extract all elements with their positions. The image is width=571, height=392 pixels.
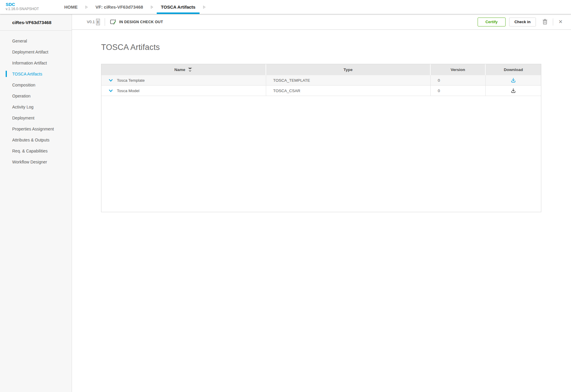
column-header-version[interactable]: Version bbox=[431, 64, 486, 75]
toolbar-divider bbox=[553, 18, 553, 26]
download-button[interactable] bbox=[511, 88, 516, 93]
download-button[interactable] bbox=[511, 78, 516, 83]
artifact-name: Tosca Model bbox=[117, 89, 139, 93]
delete-button[interactable] bbox=[541, 18, 549, 26]
version-stepper[interactable]: ▲ ▼ bbox=[96, 19, 100, 25]
sidebar-item-properties-assignment[interactable]: Properties Assignment bbox=[0, 123, 72, 134]
table-row-tosca-model[interactable]: Tosca Model TOSCA_CSAR 0 bbox=[101, 86, 541, 96]
sidebar-menu: General Deployment Artifact Information … bbox=[0, 31, 72, 167]
chevron-down-icon bbox=[109, 79, 113, 82]
sidebar-item-attributes-outputs[interactable]: Attributes & Outputs bbox=[0, 134, 72, 145]
sidebar-item-general[interactable]: General bbox=[0, 35, 72, 46]
breadcrumb-vf[interactable]: VF: ciRes-VF63d73468 bbox=[91, 0, 147, 14]
column-header-download[interactable]: Download bbox=[486, 64, 541, 75]
breadcrumb-arrow-icon bbox=[147, 0, 157, 14]
resource-title: ciRes-VF63d73468 bbox=[12, 20, 51, 25]
sidebar-item-req-capabilities[interactable]: Req. & Capabilities bbox=[0, 145, 72, 156]
close-button[interactable]: ✕ bbox=[557, 18, 564, 26]
artifact-name: Tosca Template bbox=[117, 78, 145, 83]
expand-row-button[interactable] bbox=[109, 89, 113, 92]
table-row-tosca-template[interactable]: Tosca Template TOSCA_TEMPLATE 0 bbox=[101, 75, 541, 86]
sidebar-item-deployment[interactable]: Deployment bbox=[0, 112, 72, 123]
lifecycle-status-label: IN DESIGN CHECK OUT bbox=[119, 20, 163, 24]
stepper-down-icon: ▼ bbox=[97, 22, 99, 24]
check-in-button[interactable]: Check in bbox=[509, 18, 536, 26]
breadcrumb-arrow-icon bbox=[82, 0, 91, 14]
top-navigation-bar: SDC v.1.16.0-SNAPSHOT HOME VF: ciRes-VF6… bbox=[0, 0, 571, 14]
artifacts-table: Name Type Version Download bbox=[101, 64, 541, 212]
toolbar-divider bbox=[105, 18, 105, 26]
breadcrumb-tosca-artifacts-active[interactable]: TOSCA Artifacts bbox=[157, 0, 200, 14]
table-empty-area bbox=[101, 96, 541, 212]
sidebar-item-operation[interactable]: Operation bbox=[0, 90, 72, 101]
sidebar-item-deployment-artifact[interactable]: Deployment Artifact bbox=[0, 46, 72, 57]
artifact-type: TOSCA_CSAR bbox=[266, 86, 431, 96]
app-logo[interactable]: SDC v.1.16.0-SNAPSHOT bbox=[0, 0, 52, 14]
trash-icon bbox=[542, 19, 548, 25]
sidebar-item-workflow-designer[interactable]: Workflow Designer bbox=[0, 156, 72, 167]
sidebar-item-tosca-artifacts[interactable]: TOSCA Artifacts bbox=[0, 68, 72, 79]
artifact-version: 0 bbox=[431, 86, 486, 96]
chevron-down-icon bbox=[109, 89, 113, 92]
breadcrumb-arrow-icon bbox=[200, 0, 209, 14]
sidebar-item-information-artifact[interactable]: Information Artifact bbox=[0, 57, 72, 68]
artifact-version: 0 bbox=[431, 75, 486, 85]
checkout-pencil-icon bbox=[110, 19, 117, 25]
download-icon bbox=[511, 78, 516, 83]
lifecycle-status: IN DESIGN CHECK OUT bbox=[110, 19, 163, 25]
artifact-type: TOSCA_TEMPLATE bbox=[266, 75, 431, 85]
column-header-name[interactable]: Name bbox=[101, 64, 266, 75]
expand-row-button[interactable] bbox=[109, 79, 113, 82]
version-toolbar: V0.1 ▲ ▼ IN DESIGN CHECK OUT Certi bbox=[72, 14, 571, 30]
column-header-type[interactable]: Type bbox=[266, 64, 431, 75]
page-title: TOSCA Artifacts bbox=[101, 43, 571, 52]
app-name: SDC bbox=[6, 2, 52, 7]
tosca-artifacts-page: TOSCA Artifacts Name Type Version bbox=[72, 30, 571, 392]
close-icon: ✕ bbox=[559, 19, 563, 25]
download-icon bbox=[511, 88, 516, 93]
breadcrumb: HOME VF: ciRes-VF63d73468 TOSCA Artifact… bbox=[60, 0, 209, 14]
version-value: V0.1 bbox=[87, 20, 95, 24]
certify-button[interactable]: Certify bbox=[478, 18, 506, 26]
sidebar: ciRes-VF63d73468 General Deployment Arti… bbox=[0, 14, 72, 392]
table-header-row: Name Type Version Download bbox=[101, 64, 541, 75]
sidebar-item-activity-log[interactable]: Activity Log bbox=[0, 101, 72, 112]
column-header-name-label: Name bbox=[174, 67, 185, 72]
breadcrumb-home[interactable]: HOME bbox=[60, 0, 82, 14]
sort-caret-icon bbox=[188, 67, 192, 72]
sidebar-header: ciRes-VF63d73468 bbox=[0, 14, 72, 31]
sidebar-item-composition[interactable]: Composition bbox=[0, 79, 72, 90]
app-version: v.1.16.0-SNAPSHOT bbox=[6, 7, 52, 11]
